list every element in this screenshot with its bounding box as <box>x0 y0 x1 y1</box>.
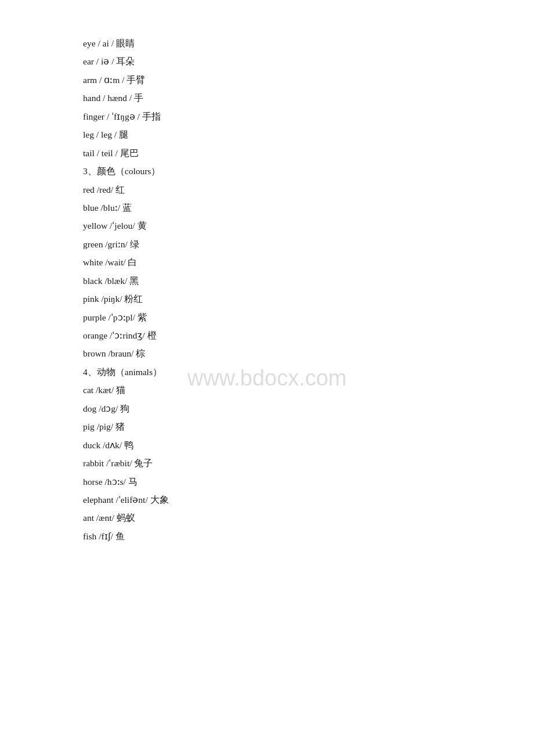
vocab-line-pink: pink /piŋk/ 粉红 <box>83 290 451 307</box>
vocab-line-finger: finger / ˈfɪŋgə / 手指 <box>83 108 451 125</box>
vocab-line-red: red /red/ 红 <box>83 181 451 198</box>
vocab-line-blue: blue /bluː/ 蓝 <box>83 199 451 216</box>
vocab-line-purple: purple /ˈpɔːpl/ 紫 <box>83 309 451 326</box>
vocab-line-tail: tail / teil / 尾巴 <box>83 145 451 161</box>
vocab-line-yellow: yellow /ˈjelou/ 黄 <box>83 217 451 234</box>
vocab-line-eye: eye / ai / 眼睛 <box>83 35 451 52</box>
vocab-line-elephant: elephant /ˈelifənt/ 大象 <box>83 491 451 508</box>
vocab-line-cat: cat /kæt/ 猫 <box>83 381 451 398</box>
vocab-line-section-colours: 3、颜色（colours） <box>83 163 451 179</box>
vocab-line-horse: horse /hɔːs/ 马 <box>83 473 451 490</box>
page-content: eye / ai / 眼睛ear / iə / 耳朵arm / ɑːm / 手臂… <box>0 0 534 581</box>
vocab-line-arm: arm / ɑːm / 手臂 <box>83 71 451 88</box>
vocab-list: eye / ai / 眼睛ear / iə / 耳朵arm / ɑːm / 手臂… <box>83 35 451 545</box>
vocab-line-hand: hand / hænd / 手 <box>83 89 451 106</box>
vocab-line-orange: orange /ˈɔːrindʒ/ 橙 <box>83 327 451 344</box>
vocab-line-fish: fish /fɪʃ/ 鱼 <box>83 528 451 545</box>
vocab-line-pig: pig /pig/ 猪 <box>83 418 451 435</box>
vocab-line-dog: dog /dɔg/ 狗 <box>83 400 451 417</box>
vocab-line-ear: ear / iə / 耳朵 <box>83 53 451 70</box>
vocab-line-ant: ant /ænt/ 蚂蚁 <box>83 509 451 526</box>
vocab-line-green: green /griːn/ 绿 <box>83 236 451 253</box>
vocab-line-duck: duck /dʌk/ 鸭 <box>83 437 451 453</box>
vocab-line-rabbit: rabbit /ˈræbit/ 兔子 <box>83 455 451 471</box>
vocab-line-white: white /wait/ 白 <box>83 254 451 271</box>
vocab-line-black: black /blæk/ 黑 <box>83 272 451 289</box>
vocab-line-section-animals: 4、动物（animals） <box>83 363 451 380</box>
vocab-line-leg: leg / leg / 腿 <box>83 126 451 143</box>
vocab-line-brown: brown /braun/ 棕 <box>83 345 451 362</box>
